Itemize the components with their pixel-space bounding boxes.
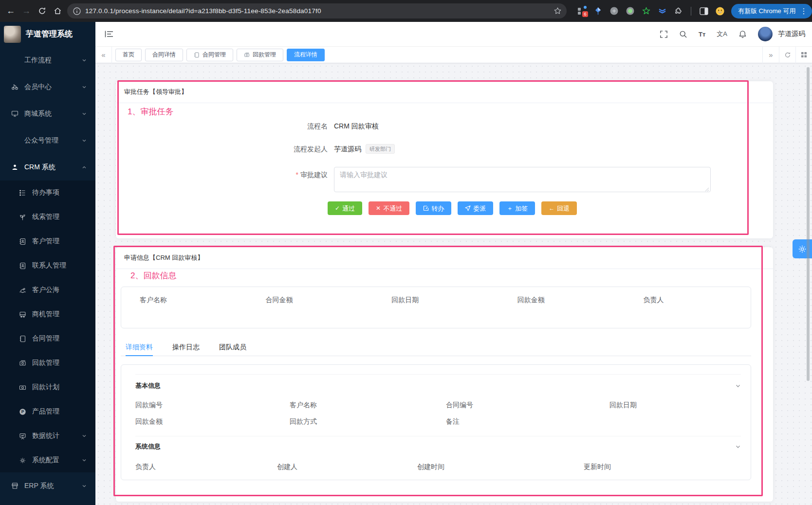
chevron-up-icon <box>82 165 87 170</box>
browser-menu-icon[interactable]: ⋮ <box>800 7 807 16</box>
language-button[interactable]: 文A <box>717 30 727 38</box>
user-avatar[interactable] <box>758 27 773 41</box>
todo-list-icon <box>18 189 26 197</box>
banknote-icon <box>18 383 26 391</box>
field-label: 更新时间 <box>584 463 741 471</box>
search-button[interactable] <box>679 30 687 38</box>
tab-team-members[interactable]: 团队成员 <box>219 339 246 356</box>
reload-icon <box>38 7 46 15</box>
return-button[interactable]: ← 回退 <box>541 201 577 215</box>
profile-avatar-emoji[interactable] <box>716 7 724 16</box>
sidebar-item-receivable-plan[interactable]: 回款计划 <box>0 375 95 399</box>
browser-home-button[interactable] <box>50 3 65 19</box>
sidebar-item-workflow[interactable]: 工作流程 <box>0 47 95 73</box>
field-label: 负责人 <box>135 463 277 471</box>
approval-task-card: 1、审批任务 审批任务【领导审批】 流程名 CRM 回款审核 流程发起人 芋道源… <box>116 81 773 238</box>
sidebar-item-official-account[interactable]: 公众号管理 <box>0 127 95 154</box>
sidebar-item-statistics[interactable]: 数据统计 <box>0 424 95 448</box>
extension-badge: 6 <box>582 11 588 17</box>
site-info-icon[interactable] <box>73 7 81 15</box>
tab-process-detail[interactable]: 流程详情 <box>287 49 325 61</box>
app-title: 芋道管理系统 <box>26 29 73 39</box>
tab-refresh-button[interactable] <box>779 47 795 63</box>
extension-icon-gray-circle[interactable] <box>609 7 618 16</box>
receivable-money-icon <box>244 52 250 58</box>
tab-contract-detail[interactable]: 合同详情 <box>145 49 183 61</box>
extension-icon-badged[interactable]: 6 <box>577 7 586 16</box>
tab-contract-manage[interactable]: 合同管理 <box>186 49 233 61</box>
tab-receivable-manage[interactable]: 回款管理 <box>237 49 283 61</box>
tab-layout-grid-button[interactable] <box>795 47 812 63</box>
address-bar[interactable]: 127.0.0.1/process-instance/detail?id=a21… <box>67 3 567 18</box>
extension-icon-kite[interactable] <box>593 7 602 16</box>
sidebar-item-system-config[interactable]: 系统配置 <box>0 448 95 472</box>
notification-bell-icon[interactable] <box>738 30 747 38</box>
field-label: 备注 <box>446 417 609 426</box>
field-label: 回款编号 <box>135 401 290 410</box>
chrome-update-button[interactable]: 有新版 Chrome 可用 ⋮ <box>731 4 812 18</box>
app-logo[interactable]: 芋道管理系统 <box>0 22 95 47</box>
crm-user-icon <box>11 163 18 171</box>
contract-book-icon <box>18 335 26 343</box>
app-header: Tᴛ 文A 芋道源码 <box>95 22 812 47</box>
sidebar-item-business[interactable]: 商机管理 <box>0 302 95 326</box>
url-text: 127.0.0.1/process-instance/detail?id=a21… <box>85 7 554 15</box>
process-name-label: 流程名 <box>116 121 328 131</box>
sidebar-item-product[interactable]: P 产品管理 <box>0 399 95 424</box>
basic-info-section-header[interactable]: 基本信息 <box>135 381 741 390</box>
annotation-label-1: 1、审批任务 <box>128 106 173 117</box>
tab-detail-info[interactable]: 详细资料 <box>126 339 153 356</box>
erp-shop-icon <box>11 482 18 490</box>
resize-grip-icon[interactable] <box>705 187 709 192</box>
sidebar-item-receivable[interactable]: 回款管理 <box>0 351 95 375</box>
font-size-button[interactable]: Tᴛ <box>699 31 705 38</box>
table-header-cell: 合同金额 <box>247 296 373 328</box>
browser-reload-button[interactable] <box>34 3 50 19</box>
add-sign-button[interactable]: ＋ 加签 <box>499 201 535 215</box>
tabs-scroll-left-button[interactable]: « <box>95 47 112 63</box>
transfer-button[interactable]: 转办 <box>416 201 451 215</box>
mall-icon <box>11 110 18 118</box>
approve-button[interactable]: ✓ 通过 <box>328 201 362 215</box>
extension-icon-blue-layers[interactable] <box>658 7 666 16</box>
initiator-dept-tag: 研发部门 <box>366 144 395 154</box>
opinion-textarea[interactable] <box>334 167 711 192</box>
username[interactable]: 芋道源码 <box>778 30 805 38</box>
sidebar-item-contract[interactable]: 合同管理 <box>0 326 95 351</box>
sidebar-item-mall[interactable]: 商城系统 <box>0 100 95 127</box>
field-label: 合同编号 <box>446 401 609 410</box>
business-bus-icon <box>18 310 26 318</box>
chevron-down-icon <box>82 458 87 463</box>
side-panel-button[interactable] <box>700 7 708 16</box>
tab-operation-log[interactable]: 操作日志 <box>172 339 200 356</box>
content-scrollbar[interactable] <box>807 67 810 381</box>
extension-icon-green-star[interactable] <box>642 7 650 16</box>
fullscreen-button[interactable] <box>660 30 668 38</box>
chevron-down-icon[interactable] <box>735 444 741 450</box>
crm-submenu: 待办事项 线索管理 客户管理 联系人管理 客户公海 商机管理 <box>0 180 95 472</box>
sidebar-item-clue[interactable]: 线索管理 <box>0 205 95 229</box>
delegate-button[interactable]: 委派 <box>458 201 493 215</box>
sidebar-item-customer-pool[interactable]: 客户公海 <box>0 278 95 302</box>
chevron-down-icon[interactable] <box>735 383 741 389</box>
bookmark-star-icon[interactable] <box>554 7 562 15</box>
extension-icon-green-circle[interactable] <box>626 7 634 16</box>
process-name-value: CRM 回款审核 <box>334 121 379 131</box>
tab-home[interactable]: 首页 <box>115 49 142 61</box>
extensions-puzzle-icon[interactable] <box>674 7 683 16</box>
sidebar-item-contact[interactable]: 联系人管理 <box>0 253 95 278</box>
sidebar-item-todo[interactable]: 待办事项 <box>0 180 95 205</box>
reject-button[interactable]: ✕ 不通过 <box>369 201 409 215</box>
browser-back-button[interactable]: ← <box>3 3 18 19</box>
sidebar-fold-button[interactable] <box>100 25 118 43</box>
sidebar-item-crm[interactable]: CRM 系统 <box>0 154 95 180</box>
sidebar-item-member[interactable]: 会员中心 <box>0 73 95 100</box>
field-label: 创建时间 <box>417 463 584 471</box>
browser-forward-button[interactable]: → <box>18 3 34 19</box>
toolbar-separator <box>691 7 691 16</box>
detail-panel: 基本信息 回款编号 客户名称 合同编号 回款日期 回款金额 回款方式 备注 <box>121 364 751 480</box>
system-info-section-header[interactable]: 系统信息 <box>135 442 741 451</box>
sidebar-item-customer[interactable]: 客户管理 <box>0 229 95 253</box>
tabs-scroll-right-button[interactable]: » <box>762 47 779 63</box>
sidebar-item-erp[interactable]: ERP 系统 <box>0 472 95 499</box>
